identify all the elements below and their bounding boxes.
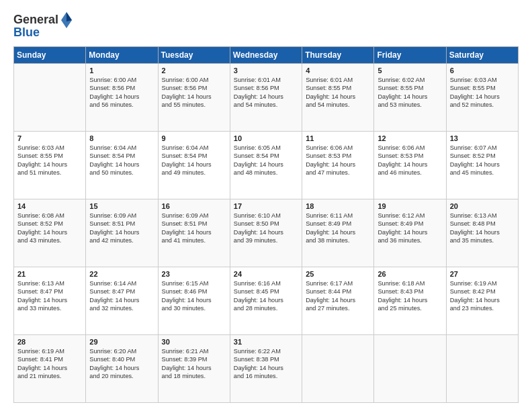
calendar-cell: 7Sunrise: 6:03 AM Sunset: 8:55 PM Daylig… xyxy=(14,132,86,199)
calendar-cell: 26Sunrise: 6:18 AM Sunset: 8:43 PM Dayli… xyxy=(374,267,446,335)
header: General Blue xyxy=(13,11,519,40)
calendar-cell xyxy=(446,335,518,403)
cell-content: Sunrise: 6:13 AM Sunset: 8:47 PM Dayligh… xyxy=(17,279,82,313)
calendar-cell: 19Sunrise: 6:12 AM Sunset: 8:49 PM Dayli… xyxy=(374,199,446,267)
day-number: 3 xyxy=(234,66,298,75)
calendar-cell: 25Sunrise: 6:17 AM Sunset: 8:44 PM Dayli… xyxy=(302,267,374,335)
day-number: 9 xyxy=(162,134,226,142)
day-number: 27 xyxy=(450,270,515,278)
calendar-cell: 6Sunrise: 6:03 AM Sunset: 8:55 PM Daylig… xyxy=(446,64,518,132)
day-number: 8 xyxy=(89,134,154,142)
cell-content: Sunrise: 6:03 AM Sunset: 8:55 PM Dayligh… xyxy=(450,76,515,109)
calendar-cell: 18Sunrise: 6:11 AM Sunset: 8:49 PM Dayli… xyxy=(302,199,374,267)
day-number: 29 xyxy=(89,338,154,346)
day-number: 20 xyxy=(450,202,515,210)
day-number: 7 xyxy=(17,134,82,142)
calendar-cell xyxy=(302,335,374,403)
calendar-cell: 30Sunrise: 6:21 AM Sunset: 8:39 PM Dayli… xyxy=(158,335,230,403)
day-number: 28 xyxy=(17,338,82,346)
day-header-tuesday: Tuesday xyxy=(158,47,230,64)
calendar-cell: 31Sunrise: 6:22 AM Sunset: 8:38 PM Dayli… xyxy=(230,335,302,403)
cell-content: Sunrise: 6:21 AM Sunset: 8:39 PM Dayligh… xyxy=(162,347,226,381)
calendar-cell: 1Sunrise: 6:00 AM Sunset: 8:56 PM Daylig… xyxy=(86,64,158,132)
day-number: 19 xyxy=(378,202,442,210)
day-number: 11 xyxy=(306,134,370,142)
day-number: 4 xyxy=(306,66,370,75)
day-header-sunday: Sunday xyxy=(14,47,86,64)
cell-content: Sunrise: 6:10 AM Sunset: 8:50 PM Dayligh… xyxy=(234,212,298,245)
week-row-5: 28Sunrise: 6:19 AM Sunset: 8:41 PM Dayli… xyxy=(14,335,519,403)
cell-content: Sunrise: 6:15 AM Sunset: 8:46 PM Dayligh… xyxy=(162,279,226,313)
calendar-cell: 21Sunrise: 6:13 AM Sunset: 8:47 PM Dayli… xyxy=(14,267,86,335)
cell-content: Sunrise: 6:09 AM Sunset: 8:51 PM Dayligh… xyxy=(89,212,154,245)
cell-content: Sunrise: 6:19 AM Sunset: 8:42 PM Dayligh… xyxy=(450,279,515,313)
day-header-saturday: Saturday xyxy=(446,47,518,64)
cell-content: Sunrise: 6:06 AM Sunset: 8:53 PM Dayligh… xyxy=(378,144,442,177)
calendar-cell: 12Sunrise: 6:06 AM Sunset: 8:53 PM Dayli… xyxy=(374,132,446,199)
cell-content: Sunrise: 6:02 AM Sunset: 8:55 PM Dayligh… xyxy=(378,76,442,109)
day-number: 18 xyxy=(306,202,370,210)
logo-general-text: General xyxy=(13,13,58,27)
day-number: 2 xyxy=(162,66,226,75)
calendar-cell xyxy=(374,335,446,403)
calendar-cell: 29Sunrise: 6:20 AM Sunset: 8:40 PM Dayli… xyxy=(86,335,158,403)
day-header-wednesday: Wednesday xyxy=(230,47,302,64)
cell-content: Sunrise: 6:22 AM Sunset: 8:38 PM Dayligh… xyxy=(234,347,298,381)
cell-content: Sunrise: 6:08 AM Sunset: 8:52 PM Dayligh… xyxy=(17,212,82,245)
cell-content: Sunrise: 6:14 AM Sunset: 8:47 PM Dayligh… xyxy=(89,279,154,313)
day-header-thursday: Thursday xyxy=(302,47,374,64)
calendar-cell: 4Sunrise: 6:01 AM Sunset: 8:55 PM Daylig… xyxy=(302,64,374,132)
cell-content: Sunrise: 6:09 AM Sunset: 8:51 PM Dayligh… xyxy=(162,212,226,245)
day-number: 31 xyxy=(234,338,298,346)
calendar-cell: 24Sunrise: 6:16 AM Sunset: 8:45 PM Dayli… xyxy=(230,267,302,335)
day-header-monday: Monday xyxy=(86,47,158,64)
day-number: 5 xyxy=(378,66,442,75)
day-number: 21 xyxy=(17,270,82,278)
day-number: 14 xyxy=(17,202,82,210)
day-header-friday: Friday xyxy=(374,47,446,64)
day-number: 15 xyxy=(89,202,154,210)
cell-content: Sunrise: 6:18 AM Sunset: 8:43 PM Dayligh… xyxy=(378,279,442,313)
day-number: 25 xyxy=(306,270,370,278)
calendar-cell: 17Sunrise: 6:10 AM Sunset: 8:50 PM Dayli… xyxy=(230,199,302,267)
calendar-cell: 15Sunrise: 6:09 AM Sunset: 8:51 PM Dayli… xyxy=(86,199,158,267)
cell-content: Sunrise: 6:17 AM Sunset: 8:44 PM Dayligh… xyxy=(306,279,370,313)
cell-content: Sunrise: 6:00 AM Sunset: 8:56 PM Dayligh… xyxy=(89,76,154,109)
days-header-row: SundayMondayTuesdayWednesdayThursdayFrid… xyxy=(14,47,519,64)
logo: General Blue xyxy=(13,11,73,40)
week-row-4: 21Sunrise: 6:13 AM Sunset: 8:47 PM Dayli… xyxy=(14,267,519,335)
day-number: 30 xyxy=(162,338,226,346)
cell-content: Sunrise: 6:19 AM Sunset: 8:41 PM Dayligh… xyxy=(17,347,82,381)
calendar-cell: 28Sunrise: 6:19 AM Sunset: 8:41 PM Dayli… xyxy=(14,335,86,403)
calendar-cell: 2Sunrise: 6:00 AM Sunset: 8:56 PM Daylig… xyxy=(158,64,230,132)
calendar-page: General Blue SundayMondayTuesdayWednesda… xyxy=(0,0,532,411)
cell-content: Sunrise: 6:00 AM Sunset: 8:56 PM Dayligh… xyxy=(162,76,226,109)
cell-content: Sunrise: 6:04 AM Sunset: 8:54 PM Dayligh… xyxy=(162,144,226,177)
cell-content: Sunrise: 6:12 AM Sunset: 8:49 PM Dayligh… xyxy=(378,212,442,245)
cell-content: Sunrise: 6:13 AM Sunset: 8:48 PM Dayligh… xyxy=(450,212,515,245)
cell-content: Sunrise: 6:16 AM Sunset: 8:45 PM Dayligh… xyxy=(234,279,298,313)
day-number: 17 xyxy=(234,202,298,210)
logo-icon xyxy=(60,11,73,30)
cell-content: Sunrise: 6:05 AM Sunset: 8:54 PM Dayligh… xyxy=(234,144,298,177)
day-number: 16 xyxy=(162,202,226,210)
week-row-3: 14Sunrise: 6:08 AM Sunset: 8:52 PM Dayli… xyxy=(14,199,519,267)
calendar-cell: 13Sunrise: 6:07 AM Sunset: 8:52 PM Dayli… xyxy=(446,132,518,199)
svg-marker-1 xyxy=(66,12,72,21)
day-number: 24 xyxy=(234,270,298,278)
calendar-cell: 11Sunrise: 6:06 AM Sunset: 8:53 PM Dayli… xyxy=(302,132,374,199)
week-row-1: 1Sunrise: 6:00 AM Sunset: 8:56 PM Daylig… xyxy=(14,64,519,132)
calendar-cell: 23Sunrise: 6:15 AM Sunset: 8:46 PM Dayli… xyxy=(158,267,230,335)
cell-content: Sunrise: 6:04 AM Sunset: 8:54 PM Dayligh… xyxy=(89,144,154,177)
calendar-cell: 9Sunrise: 6:04 AM Sunset: 8:54 PM Daylig… xyxy=(158,132,230,199)
calendar-cell: 5Sunrise: 6:02 AM Sunset: 8:55 PM Daylig… xyxy=(374,64,446,132)
week-row-2: 7Sunrise: 6:03 AM Sunset: 8:55 PM Daylig… xyxy=(14,132,519,199)
calendar-cell: 10Sunrise: 6:05 AM Sunset: 8:54 PM Dayli… xyxy=(230,132,302,199)
day-number: 10 xyxy=(234,134,298,142)
calendar-cell: 16Sunrise: 6:09 AM Sunset: 8:51 PM Dayli… xyxy=(158,199,230,267)
calendar-cell xyxy=(14,64,86,132)
day-number: 12 xyxy=(378,134,442,142)
calendar-cell: 22Sunrise: 6:14 AM Sunset: 8:47 PM Dayli… xyxy=(86,267,158,335)
cell-content: Sunrise: 6:07 AM Sunset: 8:52 PM Dayligh… xyxy=(450,144,515,177)
cell-content: Sunrise: 6:03 AM Sunset: 8:55 PM Dayligh… xyxy=(17,144,82,177)
